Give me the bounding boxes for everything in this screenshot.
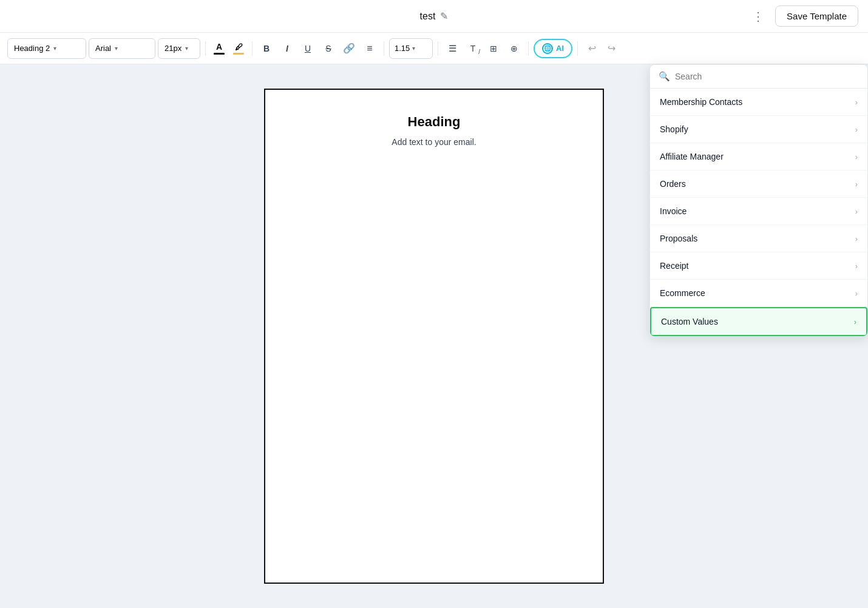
menu-item-label-orders: Orders bbox=[660, 179, 686, 189]
size-select[interactable]: 21px ▾ bbox=[158, 38, 200, 59]
menu-item-label-affiliate-manager: Affiliate Manager bbox=[660, 152, 724, 161]
bold-button[interactable]: B bbox=[257, 39, 276, 58]
text-color-button[interactable]: A bbox=[211, 39, 228, 58]
line-height-chevron: ▾ bbox=[412, 45, 415, 52]
document-title: test bbox=[420, 11, 436, 22]
email-heading: Heading bbox=[290, 114, 578, 130]
clear-format-icon: T bbox=[470, 44, 476, 53]
divider-1 bbox=[205, 41, 206, 56]
italic-button[interactable]: I bbox=[278, 39, 296, 58]
menu-item-label-custom-values: Custom Values bbox=[661, 317, 718, 326]
search-icon: 🔍 bbox=[659, 71, 670, 82]
ai-label: AI bbox=[556, 44, 564, 53]
menu-item-label-receipt: Receipt bbox=[660, 261, 688, 271]
email-subtext: Add text to your email. bbox=[290, 137, 578, 147]
menu-item-chevron-shopify: › bbox=[855, 125, 858, 134]
menu-item-chevron-receipt: › bbox=[855, 262, 858, 271]
menu-item-chevron-custom-values: › bbox=[854, 317, 856, 326]
menu-item-label-membership-contacts: Membership Contacts bbox=[660, 97, 742, 107]
ai-globe-icon: 🌐 bbox=[542, 43, 553, 54]
more-icon: ⋮ bbox=[752, 9, 764, 24]
top-bar: test ✎ ⋮ Save Template bbox=[0, 0, 868, 33]
toolbar: Heading 2 ▾ Arial ▾ 21px ▾ A 🖊 B I U S 🔗… bbox=[0, 33, 868, 64]
ai-button[interactable]: 🌐 AI bbox=[534, 39, 572, 58]
menu-item-label-shopify: Shopify bbox=[660, 124, 688, 134]
line-height-select[interactable]: 1.15 ▾ bbox=[389, 38, 433, 59]
text-color-bar bbox=[214, 53, 225, 55]
menu-item-chevron-affiliate-manager: › bbox=[855, 152, 858, 161]
underline-button[interactable]: U bbox=[299, 39, 317, 58]
font-select-chevron: ▾ bbox=[115, 45, 118, 52]
save-template-button[interactable]: Save Template bbox=[775, 5, 858, 27]
menu-item-membership-contacts[interactable]: Membership Contacts › bbox=[650, 89, 867, 116]
menu-item-chevron-orders: › bbox=[855, 180, 858, 189]
heading-select[interactable]: Heading 2 ▾ bbox=[7, 38, 86, 59]
edit-title-icon[interactable]: ✎ bbox=[440, 10, 448, 22]
divider-2 bbox=[252, 41, 253, 56]
columns-button[interactable]: ⊞ bbox=[484, 39, 503, 58]
more-options-button[interactable]: ⋮ bbox=[748, 7, 768, 26]
strikethrough-button[interactable]: S bbox=[319, 39, 337, 58]
undo-button[interactable]: ↩ bbox=[583, 39, 601, 58]
menu-item-chevron-invoice: › bbox=[855, 207, 858, 216]
top-bar-right: ⋮ Save Template bbox=[748, 5, 858, 27]
divider-6 bbox=[577, 41, 578, 56]
highlight-letter: 🖊 bbox=[235, 42, 243, 52]
menu-item-label-ecommerce: Ecommerce bbox=[660, 288, 705, 298]
menu-item-invoice[interactable]: Invoice › bbox=[650, 198, 867, 225]
text-color-letter: A bbox=[216, 42, 222, 52]
link-button[interactable]: 🔗 bbox=[340, 39, 358, 58]
clear-format-button[interactable]: T / bbox=[464, 39, 482, 58]
heading-select-chevron: ▾ bbox=[53, 45, 56, 52]
menu-item-orders[interactable]: Orders › bbox=[650, 171, 867, 198]
size-select-value: 21px bbox=[164, 44, 181, 53]
menu-item-label-invoice: Invoice bbox=[660, 206, 687, 216]
search-input[interactable] bbox=[675, 72, 859, 81]
insert-link-button[interactable]: ⊕ bbox=[505, 39, 523, 58]
heading-select-value: Heading 2 bbox=[14, 44, 50, 53]
line-height-value: 1.15 bbox=[395, 44, 410, 53]
undo-redo-group: ↩ ↪ bbox=[583, 39, 620, 58]
menu-item-affiliate-manager[interactable]: Affiliate Manager › bbox=[650, 143, 867, 171]
redo-button[interactable]: ↪ bbox=[602, 39, 620, 58]
align-button[interactable]: ≡ bbox=[361, 39, 379, 58]
menu-item-chevron-membership-contacts: › bbox=[855, 98, 858, 107]
divider-5 bbox=[528, 41, 529, 56]
menu-item-proposals[interactable]: Proposals › bbox=[650, 225, 867, 252]
email-block[interactable]: Heading Add text to your email. bbox=[264, 89, 604, 584]
divider-3 bbox=[384, 41, 384, 56]
main-area: Heading Add text to your email. 🔍 Member… bbox=[0, 64, 868, 608]
menu-item-receipt[interactable]: Receipt › bbox=[650, 252, 867, 280]
menu-item-ecommerce[interactable]: Ecommerce › bbox=[650, 280, 867, 307]
menu-item-chevron-proposals: › bbox=[855, 234, 858, 243]
size-select-chevron: ▾ bbox=[185, 45, 188, 52]
menu-item-chevron-ecommerce: › bbox=[855, 289, 858, 298]
list-button[interactable]: ☰ bbox=[443, 39, 461, 58]
font-select-value: Arial bbox=[95, 44, 111, 53]
divider-4 bbox=[438, 41, 438, 56]
clear-format-slash: / bbox=[478, 49, 480, 55]
menu-item-shopify[interactable]: Shopify › bbox=[650, 116, 867, 143]
menu-item-custom-values[interactable]: Custom Values › bbox=[650, 307, 867, 336]
menu-item-label-proposals: Proposals bbox=[660, 234, 697, 243]
highlight-bar bbox=[233, 53, 244, 55]
search-box: 🔍 bbox=[650, 65, 867, 89]
top-bar-center: test ✎ bbox=[420, 10, 449, 22]
font-select[interactable]: Arial ▾ bbox=[89, 38, 155, 59]
menu-list: Membership Contacts › Shopify › Affiliat… bbox=[650, 89, 867, 336]
highlight-button[interactable]: 🖊 bbox=[230, 39, 247, 58]
merge-tags-dropdown: 🔍 Membership Contacts › Shopify › Affili… bbox=[649, 64, 868, 337]
